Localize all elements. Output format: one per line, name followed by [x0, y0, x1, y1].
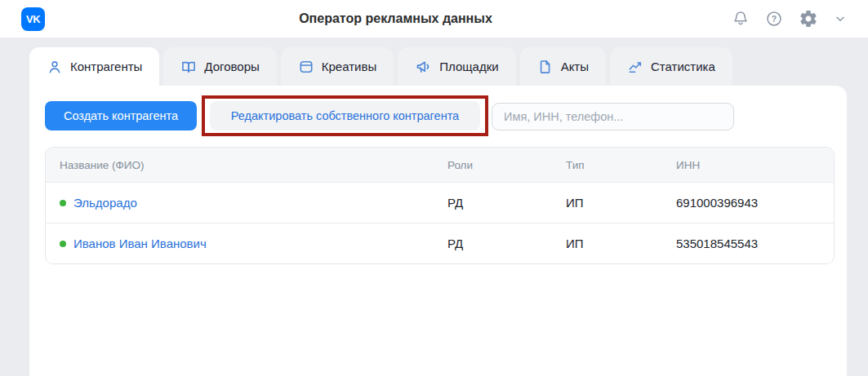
red-highlight-annotation: Редактировать собственного контрагента: [202, 95, 488, 136]
bell-icon[interactable]: [732, 10, 750, 28]
column-header-roles: Роли: [446, 159, 564, 171]
column-header-inn: ИНН: [674, 159, 834, 171]
table-header: Название (ФИО) Роли Тип ИНН: [46, 148, 834, 182]
chevron-down-icon[interactable]: [834, 12, 847, 25]
status-dot: [60, 241, 66, 247]
counterparties-table: Название (ФИО) Роли Тип ИНН Эльдорадо РД…: [45, 147, 835, 264]
tab-label: Площадки: [439, 60, 498, 73]
svg-text:?: ?: [772, 14, 777, 24]
tab-contracts[interactable]: Договоры: [163, 47, 276, 86]
edit-own-counterparty-button[interactable]: Редактировать собственного контрагента: [210, 101, 480, 130]
person-icon: [47, 59, 63, 75]
create-counterparty-button[interactable]: Создать контрагента: [45, 101, 197, 130]
document-icon: [537, 59, 554, 75]
tab-label: Контрагенты: [70, 60, 142, 73]
tab-platforms[interactable]: Площадки: [398, 47, 515, 86]
tab-statistics[interactable]: Статистика: [610, 47, 732, 86]
tab-counterparties[interactable]: Контрагенты: [29, 47, 159, 86]
column-header-type: Тип: [564, 159, 674, 171]
table-row: Иванов Иван Иванович РД ИП 535018545543: [46, 223, 834, 263]
vk-logo[interactable]: VK: [21, 7, 45, 31]
name-cell: Иванов Иван Иванович: [46, 237, 446, 250]
type-cell: ИП: [564, 196, 674, 210]
column-header-name: Название (ФИО): [46, 159, 446, 171]
tab-bar: Контрагенты Договоры Креативы Площадки А…: [0, 47, 868, 86]
app-header: VK Оператор рекламных данных ?: [0, 0, 868, 38]
tab-label: Акты: [561, 60, 589, 73]
name-cell: Эльдорадо: [46, 196, 446, 210]
header-icons: ?: [732, 9, 847, 29]
status-dot: [60, 200, 66, 206]
content-card: Создать контрагента Редактировать собств…: [29, 86, 847, 376]
table-row: Эльдорадо РД ИП 691000396943: [46, 182, 834, 223]
counterparty-link[interactable]: Иванов Иван Иванович: [73, 237, 207, 250]
roles-cell: РД: [446, 196, 564, 210]
type-cell: ИП: [564, 237, 674, 250]
toolbar: Создать контрагента Редактировать собств…: [29, 86, 847, 147]
tab-label: Статистика: [651, 60, 715, 73]
vk-logo-text: VK: [26, 13, 40, 25]
roles-cell: РД: [446, 237, 564, 250]
search-input[interactable]: [492, 103, 734, 130]
table-body: Эльдорадо РД ИП 691000396943 Иванов Иван…: [46, 182, 834, 263]
gear-icon[interactable]: [799, 9, 818, 29]
book-icon: [180, 59, 197, 75]
inn-cell: 535018545543: [674, 237, 834, 250]
tab-creatives[interactable]: Креативы: [281, 47, 394, 86]
counterparty-link[interactable]: Эльдорадо: [73, 196, 137, 210]
window-icon: [298, 59, 314, 75]
tab-label: Креативы: [322, 60, 376, 73]
page-title: Оператор рекламных данных: [299, 11, 492, 26]
inn-cell: 691000396943: [674, 196, 834, 210]
tab-label: Договоры: [204, 60, 259, 73]
megaphone-icon: [415, 58, 432, 75]
tab-acts[interactable]: Акты: [520, 47, 606, 86]
help-icon[interactable]: ?: [765, 10, 783, 28]
chart-icon: [627, 59, 643, 75]
